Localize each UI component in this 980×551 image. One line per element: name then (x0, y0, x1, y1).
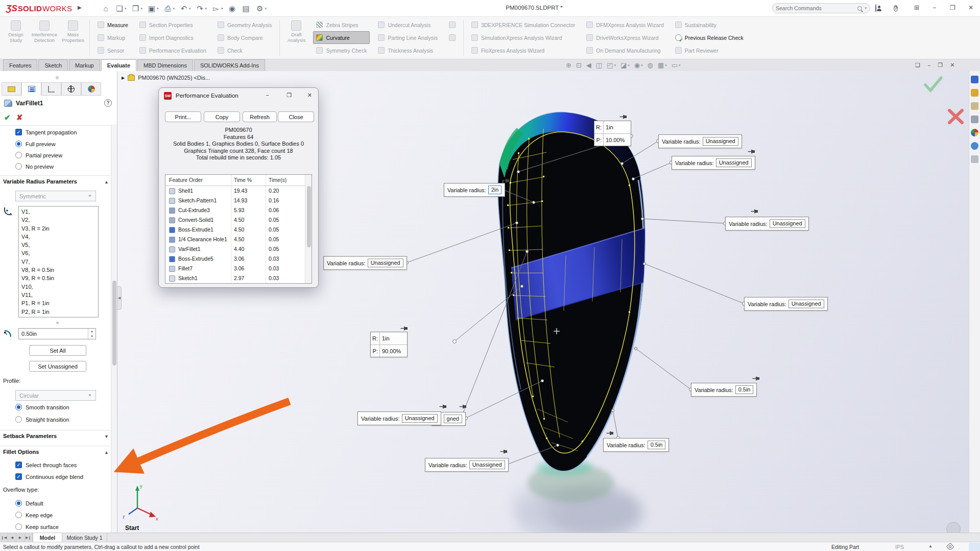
dropdown-caret-icon[interactable]: ▾ (173, 7, 175, 11)
radius-point-item[interactable]: V4, (21, 233, 98, 241)
step-back-button[interactable]: ◀ (8, 533, 16, 542)
design-study-button[interactable]: Design Study (2, 18, 30, 58)
taskpane-home-icon[interactable] (971, 76, 978, 83)
pushpin-icon[interactable] (752, 375, 760, 381)
radius-point-item[interactable]: P2, R = 1in (21, 308, 98, 316)
symmetry-check-button[interactable]: Symmetry Check (313, 44, 370, 57)
step-forward-button[interactable]: ▶ (16, 533, 25, 542)
save-button[interactable]: ▣▾ (146, 3, 160, 14)
attachment-method-select[interactable]: Symmetric▼ (15, 191, 96, 201)
costing-button[interactable] (446, 31, 459, 44)
restore-button[interactable]: ❐ (950, 4, 955, 11)
cancel-button[interactable]: ✘ (16, 113, 23, 122)
on-demand-manufacturing-button[interactable]: On Demand Manufacturing (583, 44, 666, 57)
tab-propertymanager[interactable] (21, 82, 41, 96)
radius-position-callout[interactable]: R:1inP:10.00% (594, 121, 631, 146)
select-button[interactable]: ▻▾ (210, 3, 225, 14)
table-row[interactable]: Convert-Solid14.500.05 (165, 215, 305, 225)
pushpin-icon[interactable] (751, 208, 759, 214)
help-button[interactable]: ? (894, 5, 898, 12)
search-icon[interactable] (857, 6, 862, 11)
search-input[interactable] (776, 5, 855, 11)
tab-sketch[interactable]: Sketch (38, 59, 68, 71)
table-row[interactable]: Boss-Extrude14.500.05 (165, 225, 305, 235)
restore-doc-icon[interactable]: ❐ (938, 62, 943, 68)
hide-show-items-button[interactable]: ◉▾ (634, 61, 643, 69)
tab-appearances[interactable] (81, 82, 101, 96)
fillet-options-header[interactable]: Fillet Options (3, 449, 39, 455)
table-row[interactable]: Boss-Extrude53.060.03 (165, 254, 305, 264)
section-view-button[interactable]: ◫ (596, 61, 602, 69)
print-button[interactable]: ⎙▾ (162, 3, 177, 14)
file-explorer-icon[interactable] (971, 102, 978, 110)
mass-properties-button[interactable]: Mass Properties (59, 18, 87, 58)
radius-point-item[interactable]: V5, (21, 241, 98, 249)
radius-stepper[interactable]: ▲▼ (88, 329, 95, 339)
search-commands-box[interactable]: ▾ (772, 3, 870, 13)
dropdown-caret-icon[interactable]: ▾ (614, 63, 616, 67)
draft-analysis-button[interactable]: Draft Analysis (282, 18, 310, 58)
radius-point-item[interactable]: V11, (21, 291, 98, 299)
variable-radius-callout[interactable]: Variable radius:Unassigned (672, 156, 755, 170)
scrollbar-thumb[interactable] (112, 281, 116, 365)
thickness-analysis-button[interactable]: Thickness Analysis (375, 44, 440, 57)
expand-chevron-icon[interactable]: ▼ (104, 434, 109, 439)
apps-grid-button[interactable]: ⊞ (914, 4, 919, 11)
tab-mbd-dimensions[interactable]: MBD Dimensions (137, 59, 193, 71)
dropdown-caret-icon[interactable]: ▾ (265, 7, 267, 11)
home-button[interactable]: ⌂ (100, 3, 112, 14)
variable-radius-callout[interactable]: Variable radius:2in (444, 183, 505, 197)
markup-button[interactable]: Markup (94, 31, 131, 44)
3dexperience-simulation-connector-button[interactable]: 3DEXPERIENCE Simulation Connector (468, 18, 578, 31)
scrollbar-thumb[interactable] (307, 186, 311, 247)
radius-input[interactable] (19, 329, 88, 339)
pushpin-icon[interactable] (400, 325, 409, 331)
transition-option-straight-transition[interactable]: Straight transition (15, 416, 69, 423)
display-style-button[interactable]: ◪▾ (620, 61, 630, 69)
redo-button[interactable]: ↷▾ (194, 3, 209, 14)
import-diagnostics-button[interactable]: Import Diagnostics (136, 31, 209, 44)
variable-radius-callout[interactable]: Variable radius:0.5in (603, 438, 669, 452)
fillet-option-select-through-faces[interactable]: ✓Select through faces (15, 462, 77, 468)
jump-end-button[interactable]: ▶❙ (25, 533, 33, 542)
radius-point-item[interactable]: V3, R = 2in (21, 224, 98, 233)
collapse-chevron-icon[interactable]: ▲ (104, 179, 109, 185)
radius-point-item[interactable]: V9, R = 0.5in (21, 274, 98, 282)
table-row[interactable]: VarFillet14.400.05 (165, 244, 305, 254)
tag-icon[interactable] (946, 543, 954, 550)
preview-option-full-preview[interactable]: Full preview (15, 141, 56, 147)
edit-appearance-button[interactable]: ◍ (648, 61, 653, 69)
resources-icon[interactable] (971, 155, 978, 163)
preview-option-no-preview[interactable]: No preview (15, 163, 54, 170)
appearances-icon[interactable] (971, 129, 978, 136)
variable-radius-callout[interactable]: Variable radius:0.5in (691, 383, 757, 397)
set-unassigned-button[interactable]: Set Unassigned (29, 361, 86, 372)
dropdown-caret-icon[interactable]: ▾ (157, 7, 159, 11)
dropdown-caret-icon[interactable]: ▾ (665, 63, 667, 67)
tab-dimxpert[interactable] (61, 82, 81, 96)
account-button[interactable] (875, 5, 876, 12)
print-button[interactable]: Print... (165, 111, 201, 122)
variable-radius-callout[interactable]: Variable radius:Unassigned (658, 134, 742, 148)
radius-point-item[interactable]: V1, (21, 208, 98, 216)
variable-radius-callout[interactable]: Variable radius:Unassigned (425, 458, 509, 472)
zoom-fit-button[interactable]: ⊕ (566, 61, 571, 69)
units-caret-icon[interactable]: ▲ (928, 544, 933, 548)
pushpin-icon[interactable] (500, 448, 508, 454)
table-row[interactable]: Fillet73.060.03 (165, 264, 305, 273)
fillet-option-continuous-edge-blend[interactable]: ✓Continuous edge blend (15, 473, 83, 480)
zoom-area-button[interactable]: ⊡ (576, 61, 582, 69)
dropdown-caret-icon[interactable]: ▾ (205, 7, 207, 11)
radius-points-listbox[interactable]: V1,V2,V3, R = 2inV4,V5,V6,V7,V8, R = 0.5… (18, 206, 99, 317)
dropdown-caret-icon[interactable]: ▾ (679, 63, 681, 67)
view-orientation-button[interactable]: ◰▾ (607, 61, 616, 69)
dfmxpress-analysis-wizard-button[interactable]: DFMXpress Analysis Wizard (583, 18, 666, 31)
floxpress-analysis-wizard-button[interactable]: FloXpress Analysis Wizard (468, 44, 578, 57)
pushpin-icon[interactable] (439, 403, 447, 409)
vrp-header[interactable]: Variable Radius Parameters (3, 178, 77, 185)
table-row[interactable]: 1/4 Clearance Hole14.500.05 (165, 235, 305, 244)
curvature-button[interactable]: Curvature (313, 31, 370, 44)
table-scrollbar[interactable] (305, 175, 312, 283)
tangent-propagation-option[interactable]: ✓ Tangent propagation (15, 129, 77, 135)
new-window-icon[interactable]: ❏ (915, 62, 920, 68)
